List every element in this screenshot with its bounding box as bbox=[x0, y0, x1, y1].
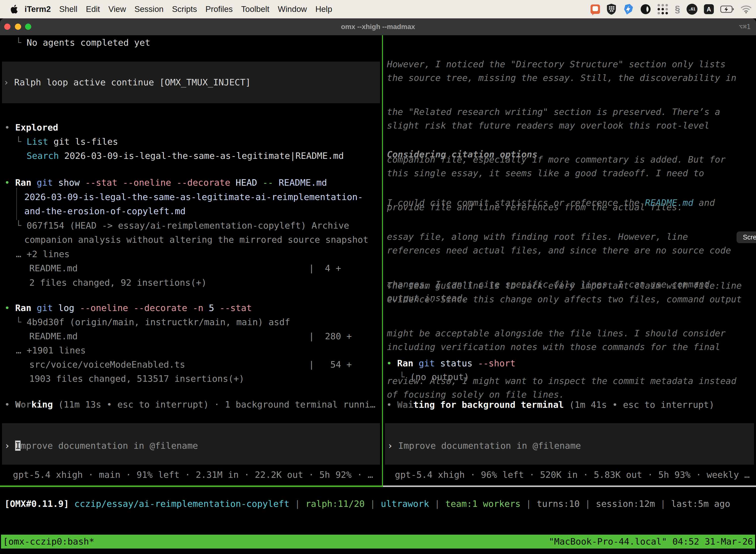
menu-item-scripts[interactable]: Scripts bbox=[168, 4, 201, 14]
git-log-stat-line-2: src/voice/voiceModeEnabled.ts | 54 + bbox=[29, 358, 352, 372]
notch-circle-icon[interactable] bbox=[640, 4, 651, 15]
git-show-wrap-line-2: and-the-erosion-of-copyleft.md bbox=[24, 204, 186, 218]
terminal-content: └ No agents completed yet › Ralph loop a… bbox=[0, 35, 756, 554]
apple-menu-icon[interactable] bbox=[10, 5, 18, 14]
git-log-output-commit: └ 4b9d30f (origin/main, instructkr/main,… bbox=[16, 315, 290, 329]
prompt-input-line[interactable]: › Improve documentation in @filename bbox=[387, 439, 581, 453]
window-shortcut-badge: ⌥⌘1 bbox=[739, 18, 751, 35]
git-show-summary-line: 2 files changed, 92 insertions(+) bbox=[29, 276, 207, 290]
session-status-line: gpt-5.4 xhigh · main · 91% left · 2.31M … bbox=[13, 468, 373, 482]
working-status-line: • Working (11m 13s • esc to interrupt) ·… bbox=[4, 398, 376, 411]
input-source-icon[interactable]: A bbox=[704, 4, 714, 14]
menu-bar: iTerm2 Shell Edit View Session Scripts P… bbox=[0, 0, 756, 18]
circle-badge-icon[interactable]: ..61 bbox=[687, 4, 697, 15]
chat-app-icon[interactable] bbox=[590, 4, 600, 14]
git-show-more-lines: … +2 lines bbox=[16, 247, 70, 261]
git-show-wrap-line-1: 2026-03-09-is-legal-the-same-as-legitima… bbox=[24, 190, 363, 204]
reasoning-paragraph-3: The team guideline is to back every impo… bbox=[387, 258, 742, 422]
explored-search-line: Search 2026-03-09-is-legal-the-same-as-l… bbox=[16, 149, 344, 163]
battery-icon[interactable] bbox=[720, 5, 734, 13]
session-status-line: gpt-5.4 xhigh · 96% left · 520K in · 5.8… bbox=[395, 468, 750, 482]
git-log-summary-line: 1903 files changed, 513517 insertions(+) bbox=[29, 372, 244, 386]
git-log-command-line: • Ran git log --oneline --decorate -n 5 … bbox=[4, 301, 252, 315]
menu-item-session[interactable]: Session bbox=[130, 4, 168, 14]
prompt-input-line[interactable]: › Improve documentation in @filename bbox=[4, 439, 198, 453]
pane-divider[interactable] bbox=[382, 35, 383, 487]
omx-status-line: [OMX#0.11.9] cczip/essay/ai-reimplementa… bbox=[4, 497, 730, 511]
git-show-command-line: • Ran git show --stat --oneline --decora… bbox=[4, 176, 327, 189]
menu-item-toolbelt[interactable]: Toolbelt bbox=[237, 4, 273, 14]
git-log-more-lines: … +1901 lines bbox=[16, 343, 86, 357]
tmux-session-window[interactable]: [omx-cczip0:bash* bbox=[3, 535, 94, 549]
menu-item-help[interactable]: Help bbox=[311, 4, 336, 14]
git-log-stat-line-1: README.md | 280 + bbox=[29, 329, 352, 343]
left-pane-border bbox=[0, 486, 382, 487]
agents-completed-line: └ No agents completed yet bbox=[16, 36, 150, 50]
reasoning-heading: Considering citation options bbox=[387, 148, 538, 161]
tmux-host-clock: "MacBook-Pro-44.local" 04:52 31-Mar-26 bbox=[549, 535, 753, 549]
wifi-icon[interactable] bbox=[741, 5, 752, 13]
screen-edge-tooltip: Scre bbox=[737, 232, 756, 243]
menu-item-profiles[interactable]: Profiles bbox=[201, 4, 237, 14]
git-show-stat-line: README.md | 4 + bbox=[29, 261, 341, 275]
menu-item-app[interactable]: iTerm2 bbox=[20, 4, 55, 14]
explored-title-line: • Explored bbox=[4, 121, 58, 134]
git-show-output-message: companion analysis without altering the … bbox=[24, 233, 368, 247]
window-titlebar[interactable]: omx --xhigh --madmax ⌥⌘1 bbox=[0, 18, 756, 35]
menu-item-edit[interactable]: Edit bbox=[82, 4, 104, 14]
bolt-hexagon-icon[interactable] bbox=[623, 4, 634, 15]
squiggle-icon[interactable]: § bbox=[675, 4, 680, 15]
dots-grid-icon[interactable] bbox=[657, 4, 669, 15]
git-status-output-line: └ (no output) bbox=[399, 370, 469, 384]
git-show-output-commit: └ 067f154 (HEAD -> essay/ai-reimplementa… bbox=[16, 219, 349, 233]
screen: iTerm2 Shell Edit View Session Scripts P… bbox=[0, 0, 756, 554]
menu-item-window[interactable]: Window bbox=[273, 4, 311, 14]
menu-item-shell[interactable]: Shell bbox=[55, 4, 82, 14]
git-status-command-line: • Ran git status --short bbox=[386, 356, 515, 370]
explored-list-line: └ List git ls-files bbox=[16, 135, 118, 149]
ralph-loop-line: › Ralph loop active continue [OMX_TMUX_I… bbox=[3, 75, 251, 89]
shield-grid-icon[interactable] bbox=[607, 4, 616, 15]
tmux-status-bar: [omx-cczip0:bash* "MacBook-Pro-44.local"… bbox=[1, 535, 755, 549]
tree-guide-line bbox=[16, 188, 17, 220]
window-title: omx --xhigh --madmax bbox=[0, 18, 756, 35]
menu-item-view[interactable]: View bbox=[104, 4, 130, 14]
menu-status-icons: § ..61 A bbox=[590, 0, 752, 18]
right-pane-border bbox=[383, 486, 756, 487]
waiting-status-line: • Waiting for background terminal (1m 41… bbox=[386, 398, 714, 412]
